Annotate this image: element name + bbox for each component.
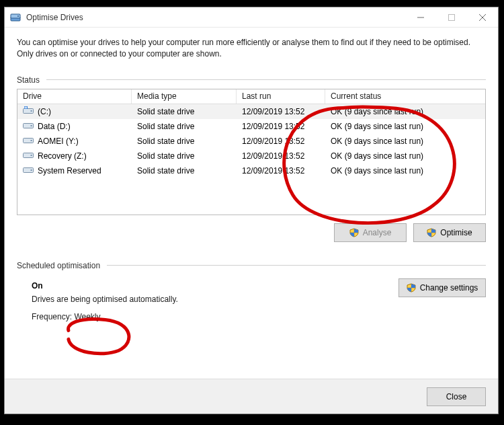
drive-list-header: Drive Media type Last run Current status <box>17 89 485 104</box>
col-header-drive[interactable]: Drive <box>17 89 132 104</box>
drive-name: Data (D:) <box>38 122 71 131</box>
drive-icon <box>23 136 34 146</box>
drive-media: Solid state drive <box>132 166 237 176</box>
frequency-label: Frequency: <box>32 312 72 321</box>
drive-last-run: 12/09/2019 13:52 <box>237 137 325 146</box>
svg-point-8 <box>31 110 32 112</box>
scheduled-section-label: Scheduled optimisation <box>17 261 486 270</box>
svg-rect-9 <box>24 106 28 109</box>
dialog-footer: Close <box>5 379 498 414</box>
titlebar: Optimise Drives <box>5 7 498 28</box>
drive-status: OK (9 days since last run) <box>325 122 485 131</box>
svg-rect-13 <box>26 108 28 108</box>
drive-last-run: 12/09/2019 13:52 <box>237 122 325 131</box>
drive-row[interactable]: AOMEI (Y:) Solid state drive 12/09/2019 … <box>17 134 485 149</box>
status-section-label: Status <box>17 75 486 85</box>
svg-point-21 <box>31 169 32 171</box>
drive-icon <box>23 151 34 161</box>
drive-status: OK (9 days since last run) <box>325 107 485 116</box>
optimise-button[interactable]: Optimise <box>413 223 486 242</box>
drive-row[interactable]: Recovery (Z:) Solid state drive 12/09/20… <box>17 149 485 163</box>
drive-icon <box>23 165 34 176</box>
svg-point-17 <box>31 140 32 141</box>
scheduled-frequency: Frequency: Weekly <box>32 312 486 321</box>
maximize-button[interactable] <box>436 7 467 28</box>
window-title: Optimise Drives <box>26 13 83 22</box>
shield-icon <box>427 228 436 237</box>
close-label: Close <box>446 392 467 401</box>
analyse-label: Analyse <box>363 228 392 237</box>
drive-icon <box>23 121 34 131</box>
frequency-value: Weekly <box>74 312 100 321</box>
analyse-button[interactable]: Analyse <box>334 223 407 242</box>
drive-media: Solid state drive <box>132 137 237 146</box>
close-window-button[interactable] <box>467 7 498 28</box>
drive-name: Recovery (Z:) <box>38 151 87 161</box>
svg-rect-4 <box>449 14 455 20</box>
drive-media: Solid state drive <box>132 151 237 161</box>
optimise-label: Optimise <box>440 228 472 237</box>
svg-point-2 <box>17 15 19 17</box>
optimise-drives-window: Optimise Drives You can optimise your dr… <box>4 7 499 414</box>
change-settings-button[interactable]: Change settings <box>398 278 486 297</box>
svg-point-19 <box>31 155 32 156</box>
description-text: You can optimise your drives to help you… <box>17 37 486 61</box>
shield-icon <box>349 228 359 237</box>
drive-list[interactable]: Drive Media type Last run Current status… <box>17 89 486 215</box>
drive-last-run: 12/09/2019 13:52 <box>237 107 325 116</box>
svg-rect-12 <box>25 108 26 108</box>
svg-rect-11 <box>26 107 28 108</box>
app-icon <box>10 12 21 23</box>
drive-row[interactable]: System Reserved Solid state drive 12/09/… <box>17 163 485 178</box>
drive-status: OK (9 days since last run) <box>325 166 485 176</box>
drive-media: Solid state drive <box>132 122 237 131</box>
change-settings-label: Change settings <box>420 283 478 293</box>
drive-media: Solid state drive <box>132 107 237 116</box>
close-button[interactable]: Close <box>427 387 486 406</box>
drive-status: OK (9 days since last run) <box>325 151 485 161</box>
col-header-status[interactable]: Current status <box>325 89 485 104</box>
drive-status: OK (9 days since last run) <box>325 137 485 146</box>
drive-last-run: 12/09/2019 13:52 <box>237 151 325 161</box>
drive-icon <box>23 106 34 116</box>
drive-row[interactable]: (C:) Solid state drive 12/09/2019 13:52 … <box>17 104 485 119</box>
shield-icon <box>407 283 416 293</box>
svg-point-15 <box>31 125 32 126</box>
drive-name: (C:) <box>38 107 51 116</box>
col-header-media[interactable]: Media type <box>132 89 237 104</box>
drive-name: System Reserved <box>38 166 101 176</box>
drive-name: AOMEI (Y:) <box>38 137 79 146</box>
col-header-last[interactable]: Last run <box>237 89 325 104</box>
scheduled-label: Scheduled optimisation <box>17 261 100 270</box>
drive-row[interactable]: Data (D:) Solid state drive 12/09/2019 1… <box>17 119 485 134</box>
minimize-button[interactable] <box>405 7 436 28</box>
drive-last-run: 12/09/2019 13:52 <box>237 166 325 176</box>
svg-rect-10 <box>25 107 26 108</box>
status-label: Status <box>17 75 40 85</box>
